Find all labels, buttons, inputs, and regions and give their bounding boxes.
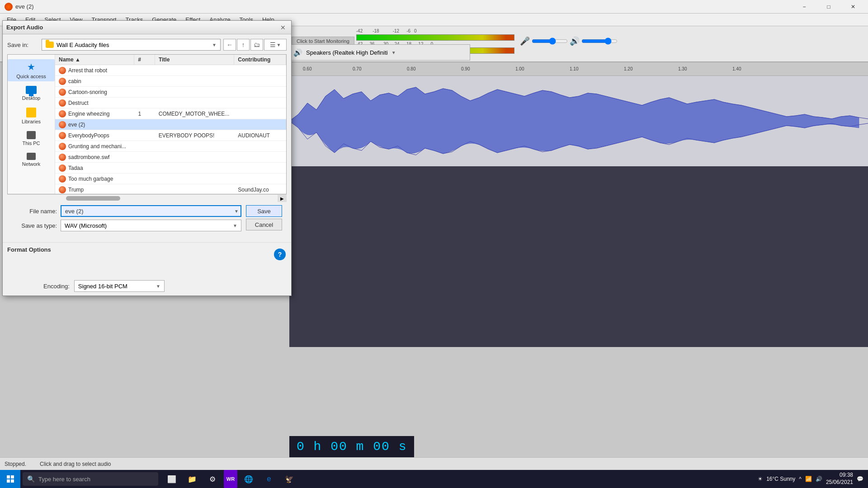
list-item[interactable]: Too much garbage xyxy=(55,174,286,184)
save-in-selector[interactable]: Wall E Audacity files ▼ xyxy=(42,39,221,51)
list-item[interactable]: Trump SoundJay.co xyxy=(55,184,286,194)
dialog-titlebar: Export Audio ✕ xyxy=(3,21,291,34)
app-title: eve (2) xyxy=(15,3,794,10)
speaker-name: Speakers (Realtek High Definiti xyxy=(306,49,388,56)
taskbar-edge[interactable]: e xyxy=(260,470,278,488)
network-icon-tray: 📶 xyxy=(805,476,812,482)
list-item[interactable]: eve (2) xyxy=(55,119,286,130)
tray-arrow[interactable]: ^ xyxy=(799,476,802,482)
current-folder: Wall E Audacity files xyxy=(57,42,109,48)
help-button[interactable]: ? xyxy=(274,249,286,260)
ruler-mark: 1.30 xyxy=(678,66,687,71)
right-panel[interactable]: Name ▲ # Title Contributing Arrest that … xyxy=(55,55,286,194)
waveform-canvas xyxy=(289,76,868,166)
file-icon xyxy=(59,121,66,128)
file-icon xyxy=(59,67,66,74)
list-item[interactable]: Cartoon-snoring xyxy=(55,87,286,98)
maximize-button[interactable]: □ xyxy=(818,0,839,14)
column-header-number[interactable]: # xyxy=(134,55,155,65)
title-bar: eve (2) − □ ✕ xyxy=(0,0,868,14)
save-as-dropdown-arrow: ▼ xyxy=(233,223,237,228)
file-icon xyxy=(59,89,66,96)
save-in-label: Save in: xyxy=(7,42,39,48)
horizontal-scrollbar[interactable]: ▶ xyxy=(7,194,287,202)
dialog-title: Export Audio xyxy=(6,24,43,31)
dialog-buttons: Save Cancel xyxy=(246,205,282,230)
encoding-row: Encoding: Signed 16-bit PCM ▼ xyxy=(7,280,287,292)
encoding-selector[interactable]: Signed 16-bit PCM ▼ xyxy=(74,280,165,292)
list-item[interactable]: Destruct xyxy=(55,98,286,108)
sidebar-item-network[interactable]: Network xyxy=(8,150,55,169)
list-item[interactable]: Tadaa xyxy=(55,163,286,174)
scroll-track xyxy=(66,195,278,202)
taskbar-winrar[interactable]: WR xyxy=(224,470,237,488)
ruler-mark: 1.20 xyxy=(624,66,632,71)
lower-track-area xyxy=(289,166,868,347)
filename-label: File name: xyxy=(12,208,57,215)
save-in-nav: ← ↑ 🗂 ☰ ▼ xyxy=(223,39,287,51)
list-item[interactable]: EverybodyPoops EVERYBODY POOPS! AUDIONAU… xyxy=(55,130,286,141)
input-volume-slider[interactable] xyxy=(532,38,568,45)
scroll-right-arrow[interactable]: ▶ xyxy=(278,195,287,202)
nav-desktop-button[interactable]: 🗂 xyxy=(250,39,263,51)
sidebar-item-quick-access[interactable]: ★ Quick access xyxy=(8,59,55,81)
sidebar-item-label: Network xyxy=(22,161,40,167)
view-options-button[interactable]: ☰ ▼ xyxy=(264,39,287,51)
taskbar-settings[interactable]: ⚙ xyxy=(203,470,222,488)
ruler-mark: 0.80 xyxy=(407,66,415,71)
taskbar-app-icon[interactable]: 🦅 xyxy=(280,470,298,488)
list-item[interactable]: Grunting and mechani... xyxy=(55,141,286,152)
file-icon xyxy=(59,99,66,107)
close-button[interactable]: ✕ xyxy=(843,0,863,14)
nav-back-button[interactable]: ← xyxy=(223,39,236,51)
save-as-type-value: WAV (Microsoft) xyxy=(65,222,107,229)
filename-input[interactable]: eve (2) ▼ xyxy=(61,205,241,217)
ruler-mark: 0.60 xyxy=(303,66,311,71)
ruler-mark: 1.10 xyxy=(570,66,578,71)
taskbar-icons: ⬜ 📁 ⚙ WR 🌐 e 🦅 xyxy=(163,470,298,488)
output-volume-slider[interactable] xyxy=(581,38,618,45)
form-area: Save Cancel File name: eve (2) ▼ Save as… xyxy=(7,202,287,238)
file-list-header: Name ▲ # Title Contributing xyxy=(55,55,286,65)
save-as-type-selector[interactable]: WAV (Microsoft) ▼ xyxy=(61,220,241,231)
task-view-button[interactable]: ⬜ xyxy=(163,470,181,488)
clock[interactable]: 09:38 25/06/2021 xyxy=(826,472,853,486)
taskbar-search-bar[interactable]: 🔍 Type here to search xyxy=(23,472,158,486)
search-icon: 🔍 xyxy=(27,475,35,483)
start-button[interactable] xyxy=(0,470,20,488)
svg-rect-3 xyxy=(7,479,10,483)
star-icon: ★ xyxy=(27,61,35,72)
nav-up-button[interactable]: ↑ xyxy=(237,39,250,51)
sidebar-item-libraries[interactable]: Libraries xyxy=(8,105,55,127)
save-button[interactable]: Save xyxy=(246,205,282,217)
taskbar-file-explorer[interactable]: 📁 xyxy=(183,470,201,488)
save-as-type-label: Save as type: xyxy=(12,222,57,229)
waveform-area[interactable] xyxy=(289,76,868,166)
status-left: Stopped. xyxy=(5,461,26,467)
notification-icon[interactable]: 💬 xyxy=(857,476,863,482)
minimize-button[interactable]: − xyxy=(794,0,815,14)
scroll-thumb[interactable] xyxy=(66,196,120,201)
column-header-contributing[interactable]: Contributing xyxy=(234,55,286,65)
save-in-dropdown-arrow: ▼ xyxy=(212,42,217,47)
ruler-mark: 1.00 xyxy=(515,66,524,71)
weather-temp: ☀ xyxy=(758,476,763,482)
ruler-mark: 0.90 xyxy=(461,66,470,71)
file-icon xyxy=(59,186,66,193)
column-header-name[interactable]: Name ▲ xyxy=(55,55,134,65)
taskbar-chrome[interactable]: 🌐 xyxy=(240,470,258,488)
dialog-close-button[interactable]: ✕ xyxy=(278,23,288,32)
sidebar-item-desktop[interactable]: Desktop xyxy=(8,84,55,103)
column-header-title[interactable]: Title xyxy=(155,55,234,65)
list-item[interactable]: Engine wheezing 1 COMEDY_MOTOR_WHEE... xyxy=(55,108,286,119)
format-options-title: Format Options xyxy=(7,246,287,253)
title-bar-controls: − □ ✕ xyxy=(794,0,863,14)
desktop-icon xyxy=(26,86,37,94)
sidebar-item-this-pc[interactable]: This PC xyxy=(8,129,55,148)
list-item[interactable]: cabin xyxy=(55,76,286,87)
cancel-button[interactable]: Cancel xyxy=(246,219,282,230)
speaker-selector[interactable]: 🔊 Speakers (Realtek High Definiti ▼ xyxy=(289,44,470,61)
clock-time: 09:38 xyxy=(840,472,853,479)
list-item[interactable]: sadtrombone.swf xyxy=(55,152,286,163)
list-item[interactable]: Arrest that robot xyxy=(55,65,286,76)
